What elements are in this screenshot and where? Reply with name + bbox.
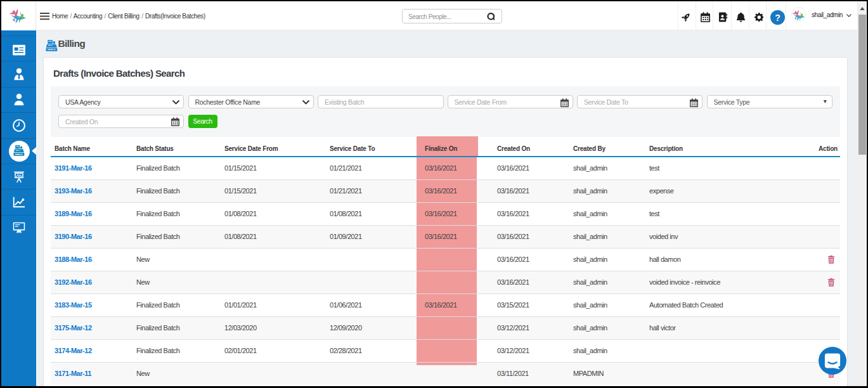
svg-text:?: ? [775,13,781,23]
